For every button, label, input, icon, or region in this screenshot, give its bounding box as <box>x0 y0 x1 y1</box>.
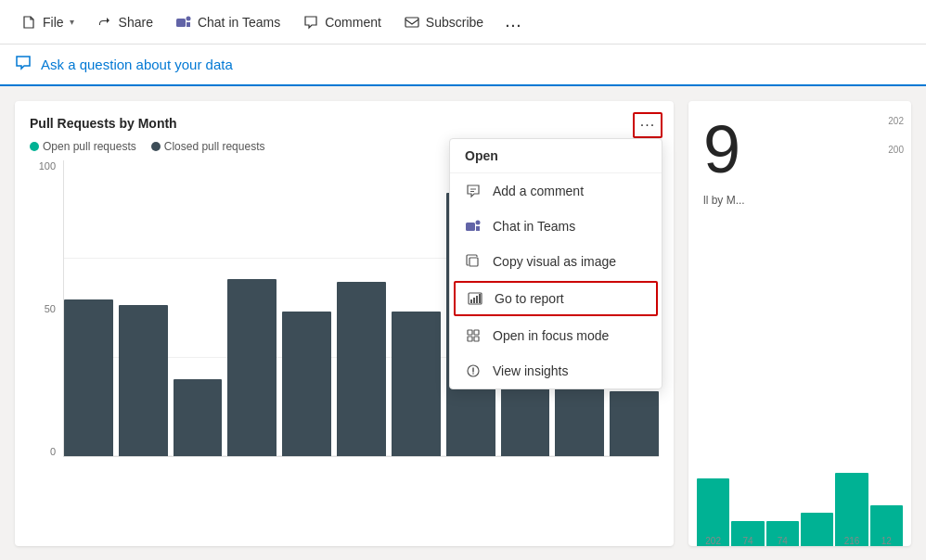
insights-icon <box>465 363 482 379</box>
mini-x-216: 216 <box>834 536 868 546</box>
dropdown-menu: Open Add a comment Chat in Teams <box>449 138 662 389</box>
add-comment-label: Add a comment <box>493 184 584 198</box>
chart-bar-0 <box>64 299 113 456</box>
more-options-dots: ··· <box>640 117 655 134</box>
report-icon <box>467 290 483 307</box>
y-axis-labels: 100 50 0 <box>30 160 59 457</box>
share-label: Share <box>119 15 153 30</box>
closed-legend-dot <box>151 142 161 151</box>
mini-x-empty <box>800 536 834 546</box>
svg-rect-5 <box>466 223 475 231</box>
dropdown-focus-mode[interactable]: Open in focus mode <box>450 318 662 353</box>
svg-point-6 <box>476 221 481 225</box>
dropdown-go-to-report[interactable]: Go to report <box>454 281 658 316</box>
comment-label: Comment <box>325 15 381 30</box>
more-toolbar-label: ... <box>506 15 522 30</box>
teams-icon <box>175 14 192 31</box>
ask-icon <box>15 54 32 75</box>
dropdown-add-comment[interactable]: Add a comment <box>450 173 662 209</box>
chart-card: Pull Requests by Month Open pull request… <box>15 101 674 546</box>
dropdown-copy-image[interactable]: Copy visual as image <box>450 244 662 279</box>
chart-bar-3 <box>227 279 277 456</box>
chart-bar-1 <box>119 305 168 456</box>
go-to-report-label: Go to report <box>495 291 564 306</box>
mini-x-74a: 74 <box>730 536 765 546</box>
chart-bar-6 <box>392 312 441 456</box>
svg-rect-11 <box>476 296 478 303</box>
mini-x-74b: 74 <box>765 536 800 546</box>
comment-button[interactable]: Comment <box>293 8 391 36</box>
subscribe-button[interactable]: Subscribe <box>394 8 493 36</box>
mini-y-202: 202 <box>888 116 904 126</box>
svg-rect-9 <box>470 299 472 303</box>
mini-card-number: 9 <box>703 116 896 183</box>
y-label-50: 50 <box>45 303 56 314</box>
open-legend-dot <box>30 142 39 151</box>
subscribe-icon <box>404 14 420 31</box>
dropdown-chat-teams[interactable]: Chat in Teams <box>450 209 662 244</box>
view-insights-label: View insights <box>493 363 568 378</box>
legend-closed: Closed pull requests <box>151 140 265 153</box>
chart-title: Pull Requests by Month <box>30 116 659 131</box>
toolbar: File ▾ Share Chat in Teams Comment Subsc… <box>0 0 926 45</box>
main-content: Pull Requests by Month Open pull request… <box>0 86 926 560</box>
ask-bar-text: Ask a question about your data <box>41 57 233 72</box>
focus-mode-icon <box>465 327 482 344</box>
closed-legend-label: Closed pull requests <box>164 140 265 153</box>
svg-rect-7 <box>469 258 478 266</box>
open-legend-label: Open pull requests <box>43 140 136 153</box>
svg-rect-0 <box>176 19 186 27</box>
svg-rect-15 <box>468 337 472 341</box>
file-label: File <box>43 15 64 30</box>
file-icon <box>20 14 37 31</box>
chat-teams-label: Chat in Teams <box>198 15 280 30</box>
comment-icon <box>302 14 319 31</box>
y-label-0: 0 <box>50 446 56 457</box>
legend-open: Open pull requests <box>30 140 136 153</box>
chat-teams-menu-label: Chat in Teams <box>493 219 575 234</box>
share-button[interactable]: Share <box>87 8 162 36</box>
mini-card-subtitle: ll by M... <box>703 194 896 207</box>
mini-chart-area <box>688 472 911 546</box>
more-toolbar-button[interactable]: ... <box>496 9 532 35</box>
chart-bar-4 <box>282 312 331 456</box>
svg-point-18 <box>472 373 474 375</box>
dropdown-view-insights[interactable]: View insights <box>450 353 662 388</box>
chart-bar-10 <box>610 391 659 456</box>
share-icon <box>96 14 113 31</box>
ask-bar[interactable]: Ask a question about your data <box>0 45 926 86</box>
copy-image-label: Copy visual as image <box>493 254 616 269</box>
chat-teams-button[interactable]: Chat in Teams <box>166 8 289 36</box>
mini-y-200: 200 <box>888 145 904 155</box>
y-label-100: 100 <box>39 160 56 172</box>
mini-x-labels: 202 74 74 216 12 <box>696 536 904 546</box>
svg-rect-13 <box>468 330 472 335</box>
mini-x-202: 202 <box>696 536 730 546</box>
svg-rect-2 <box>405 18 418 27</box>
svg-rect-14 <box>474 330 479 335</box>
file-chevron-icon: ▾ <box>70 17 74 27</box>
svg-rect-10 <box>473 298 475 303</box>
dropdown-header: Open <box>450 139 662 173</box>
mini-card: 9 ll by M... 202 200 202 74 74 216 12 <box>688 101 911 546</box>
add-comment-icon <box>465 183 482 199</box>
chart-bar-5 <box>337 282 386 456</box>
mini-x-12: 12 <box>869 536 904 546</box>
teams-menu-icon <box>465 218 482 235</box>
svg-point-1 <box>186 16 190 20</box>
more-options-button[interactable]: ··· <box>633 112 662 138</box>
svg-rect-16 <box>474 337 479 341</box>
file-menu[interactable]: File ▾ <box>11 8 84 36</box>
copy-image-icon <box>465 253 482 270</box>
focus-mode-label: Open in focus mode <box>493 328 609 343</box>
subscribe-label: Subscribe <box>426 15 483 30</box>
chart-bar-2 <box>174 379 223 456</box>
svg-rect-12 <box>479 294 481 303</box>
